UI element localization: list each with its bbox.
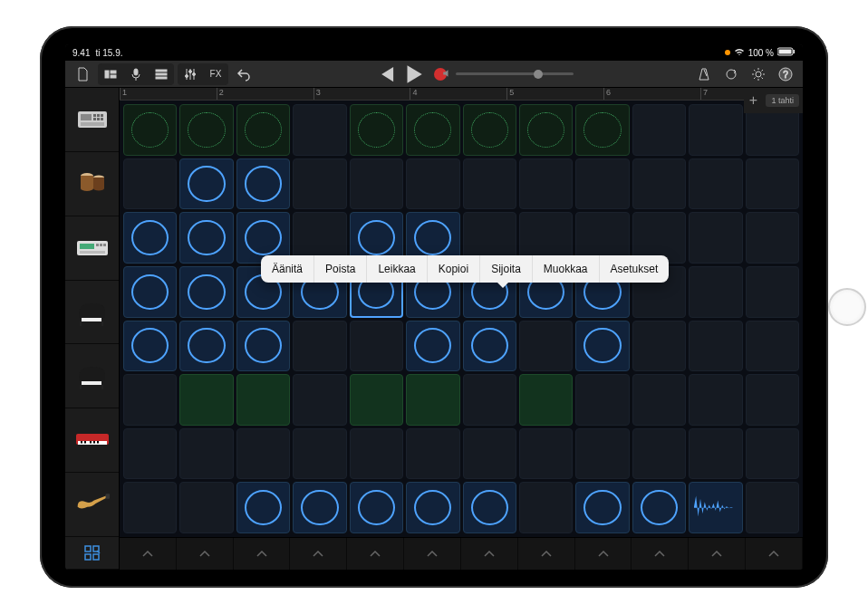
column-trigger[interactable] [347,538,404,570]
loop-cell[interactable] [746,321,799,372]
loop-cell[interactable] [575,428,629,480]
browser-button[interactable] [99,64,122,84]
track-header-piano-b[interactable] [65,344,119,408]
loop-cell[interactable] [350,428,403,480]
loop-cell[interactable] [123,321,177,372]
loop-cell[interactable] [689,158,742,210]
column-trigger[interactable] [461,538,518,570]
loop-cell[interactable] [350,321,403,372]
loop-cell[interactable] [123,212,177,264]
track-header-piano-a[interactable] [65,281,119,345]
loop-cell[interactable] [406,482,459,533]
loop-cell[interactable] [463,104,516,156]
column-trigger[interactable] [290,538,347,570]
column-trigger[interactable] [234,538,291,570]
loop-cell[interactable] [123,158,177,210]
loop-cell[interactable] [236,428,290,480]
loop-cell[interactable] [236,374,290,426]
loop-cell[interactable] [632,321,686,372]
play-button[interactable] [401,64,425,84]
loop-cell[interactable] [406,321,459,372]
column-trigger[interactable] [632,538,689,570]
track-header-bass[interactable] [65,473,119,537]
loop-cell[interactable] [746,158,799,210]
loop-cell[interactable] [293,321,346,372]
loop-cell[interactable] [236,482,290,533]
master-volume-slider[interactable] [456,72,574,75]
loop-cell[interactable] [575,482,629,533]
column-trigger[interactable] [120,538,177,570]
column-trigger[interactable] [746,538,803,570]
loop-cell[interactable] [123,104,177,156]
loop-cell[interactable] [406,104,459,156]
loop-cell[interactable] [463,158,516,210]
loop-cell[interactable] [519,321,573,372]
settings-button[interactable] [747,64,770,84]
loop-cell[interactable] [179,482,233,533]
column-trigger[interactable] [575,538,632,570]
loop-cell[interactable] [463,321,516,372]
loop-cell[interactable] [179,212,233,264]
loop-cell[interactable] [293,428,346,480]
loop-cell[interactable] [463,374,516,426]
loop-cell[interactable] [179,321,233,372]
my-songs-button[interactable] [71,64,94,84]
mixer-button[interactable] [178,64,202,84]
loop-cell[interactable] [179,158,233,210]
track-header-drum-machine[interactable] [65,88,119,152]
column-trigger[interactable] [518,538,575,570]
loop-cell[interactable] [350,104,403,156]
loop-cell[interactable] [236,158,290,210]
loop-cell[interactable] [632,374,686,426]
loop-cell[interactable] [406,374,459,426]
context-menu-item[interactable]: Poista [314,255,367,283]
loop-cell[interactable] [293,104,346,156]
loop-cell[interactable] [575,321,629,372]
fx-button[interactable]: FX [204,64,227,84]
loop-cell[interactable] [123,266,177,318]
loop-cell[interactable] [350,482,403,533]
loop-cell[interactable] [575,374,629,426]
loop-cell[interactable] [689,104,742,156]
loop-cell[interactable] [350,158,403,210]
loop-cell[interactable] [689,266,742,318]
loop-cell[interactable] [632,158,686,210]
column-trigger[interactable] [404,538,461,570]
loop-cell[interactable] [575,104,629,156]
rewind-button[interactable] [374,64,398,84]
loop-cell[interactable] [519,428,573,480]
loop-cell[interactable] [293,482,346,533]
tracks-button[interactable] [149,64,173,84]
loop-cell[interactable] [689,482,742,533]
loop-cell[interactable] [179,374,233,426]
context-menu-item[interactable]: Leikkaa [367,255,427,283]
loop-cell[interactable] [689,321,742,372]
undo-button[interactable] [232,64,256,84]
loop-cell[interactable] [689,428,742,480]
loop-cell[interactable] [293,158,346,210]
loop-cell[interactable] [236,321,290,372]
loop-cell[interactable] [179,428,233,480]
timeline-ruler[interactable]: 1234567 [120,88,803,101]
context-menu-item[interactable]: Äänitä [261,255,314,283]
loop-cell[interactable] [406,158,459,210]
context-menu-item[interactable]: Sijoita [480,255,533,283]
context-menu-item[interactable]: Muokkaa [533,255,600,283]
loop-cell[interactable] [236,104,290,156]
loop-cell[interactable] [463,482,516,533]
loop-cell[interactable] [463,428,516,480]
loop-cell[interactable] [632,428,686,480]
loop-cell[interactable] [123,374,177,426]
loop-cell[interactable] [406,428,459,480]
home-button[interactable] [828,288,866,326]
context-menu-item[interactable]: Kopioi [428,255,480,283]
loop-cell[interactable] [519,482,573,533]
loop-cell[interactable] [746,266,799,318]
track-header-sampler[interactable] [65,216,119,281]
loop-cell[interactable] [519,104,573,156]
context-menu-item[interactable]: Asetukset [600,255,670,283]
column-trigger[interactable] [689,538,746,570]
help-button[interactable]: ? [774,64,797,84]
loop-cell[interactable] [746,482,799,533]
mic-button[interactable] [124,64,148,84]
